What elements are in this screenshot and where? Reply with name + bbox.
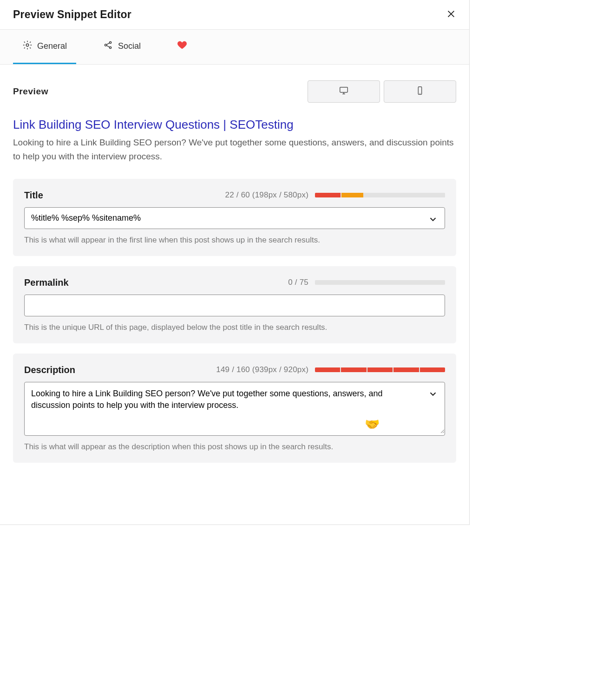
permalink-field-label: Permalink — [24, 277, 69, 288]
description-progress-bar — [315, 367, 445, 372]
title-help: This is what will appear in the first li… — [24, 236, 445, 245]
tab-social-label: Social — [118, 41, 141, 51]
preview-description: Looking to hire a Link Building SEO pers… — [13, 136, 456, 164]
svg-point-3 — [110, 46, 111, 48]
title-bar-red — [315, 193, 341, 197]
tabs: General Social — [0, 29, 469, 65]
mobile-preview-button[interactable] — [384, 80, 456, 103]
desktop-icon — [339, 85, 349, 98]
title-field-label: Title — [24, 190, 43, 201]
tab-favorite[interactable] — [168, 30, 197, 64]
description-bar-seg — [393, 367, 419, 372]
description-field-label: Description — [24, 365, 75, 375]
title-bar-orange — [341, 193, 363, 197]
preview-label: Preview — [13, 86, 48, 97]
title-panel: Title 22 / 60 (198px / 580px) This is wh… — [13, 179, 456, 256]
permalink-input[interactable] — [25, 295, 445, 316]
mobile-icon — [415, 85, 425, 98]
header: Preview Snippet Editor — [0, 0, 469, 29]
permalink-bar-gray — [315, 280, 445, 285]
description-bar-seg — [420, 367, 445, 372]
permalink-panel: Permalink 0 / 75 This is the unique URL … — [13, 266, 456, 343]
description-bar-seg — [341, 367, 366, 372]
title-counter: 22 / 60 (198px / 580px) — [225, 190, 308, 200]
permalink-help: This is the unique URL of this page, dis… — [24, 323, 445, 332]
permalink-progress-bar — [315, 280, 445, 285]
description-help: This is what will appear as the descript… — [24, 442, 445, 452]
description-bar-seg — [367, 367, 393, 372]
preview-title: Link Building SEO Interview Questions | … — [13, 117, 456, 133]
svg-rect-4 — [340, 87, 348, 92]
desktop-preview-button[interactable] — [308, 80, 380, 103]
close-icon[interactable] — [446, 9, 456, 21]
svg-point-1 — [105, 44, 107, 46]
tab-general[interactable]: General — [13, 30, 76, 64]
description-input[interactable] — [25, 382, 445, 433]
chevron-down-icon[interactable] — [428, 214, 438, 224]
heart-icon — [177, 40, 187, 52]
gear-icon — [22, 40, 33, 52]
chevron-down-icon[interactable] — [428, 389, 438, 399]
tab-general-label: General — [37, 41, 67, 51]
description-bar-seg — [315, 367, 340, 372]
description-panel: Description 149 / 160 (939px / 920px) 🤝 … — [13, 354, 456, 463]
page-title: Preview Snippet Editor — [13, 8, 131, 21]
title-input[interactable] — [25, 208, 445, 229]
svg-point-0 — [26, 44, 29, 46]
tab-social[interactable]: Social — [94, 30, 150, 64]
description-counter: 149 / 160 (939px / 920px) — [216, 365, 308, 374]
title-bar-gray — [364, 193, 445, 197]
permalink-counter: 0 / 75 — [288, 278, 308, 287]
svg-point-6 — [419, 93, 420, 93]
share-icon — [103, 40, 113, 52]
svg-point-2 — [110, 41, 111, 43]
title-progress-bar — [315, 193, 445, 197]
